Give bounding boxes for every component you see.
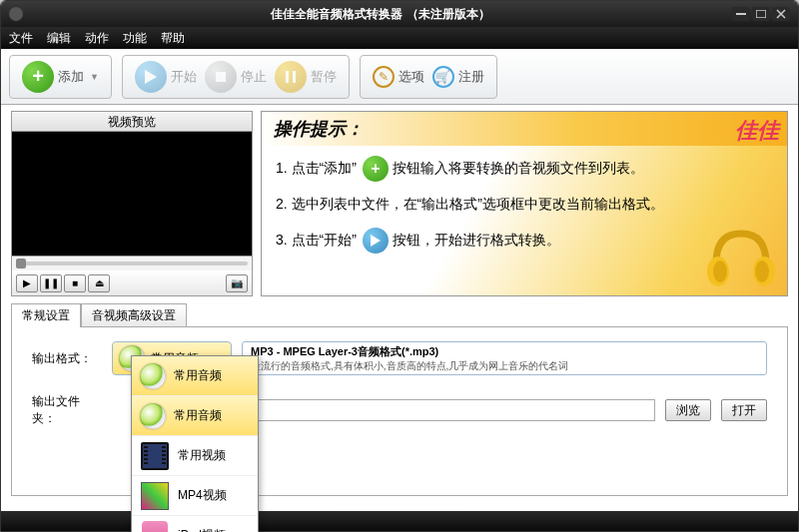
status-bar: [1, 511, 798, 531]
options-button[interactable]: ✎ 选项: [369, 66, 428, 88]
options-label: 选项: [399, 68, 424, 86]
settings-tabs: 常规设置 音视频高级设置: [11, 302, 788, 326]
svg-rect-2: [216, 72, 226, 82]
play-icon: [363, 228, 389, 254]
category-dropdown: 常用音频 常用音频 常用视频 MP4视频 iPod视频: [131, 355, 259, 532]
film-icon: [141, 442, 169, 470]
brand-logo: 佳佳: [735, 116, 779, 146]
cd-icon: [140, 363, 166, 389]
mp4-icon: [141, 482, 169, 510]
close-button[interactable]: [772, 7, 790, 21]
menu-edit[interactable]: 编辑: [47, 30, 71, 47]
register-label: 注册: [458, 68, 484, 86]
dd-audio-label: 常用音频: [174, 367, 222, 384]
format-desc: 最流行的音频格式,具有体积小,音质高的特点,几乎成为网上音乐的代名词: [251, 359, 758, 373]
dropdown-item-ipod[interactable]: iPod视频: [132, 516, 258, 532]
tip-1b: 按钮输入将要转换的音视频文件到列表。: [393, 160, 644, 178]
preview-title: 视频预览: [11, 111, 253, 131]
pause-icon: [275, 61, 307, 93]
pause-label: 暂停: [311, 68, 337, 86]
preview-slider[interactable]: [11, 257, 253, 270]
output-folder-input[interactable]: [242, 399, 655, 421]
content-area: 视频预览 ▶ ❚❚ ■ ⏏ 📷 操作提示： 佳佳 1. 点击“添加” + 按钮输…: [1, 105, 798, 302]
output-format-label: 输出格式：: [32, 350, 102, 367]
window-controls: [732, 7, 790, 21]
svg-point-8: [755, 261, 769, 282]
settings-panel: 输出格式： 常用音频 ▼ MP3 - MPEG Layer-3音频格式(*.mp…: [11, 326, 788, 496]
dropdown-item-audio[interactable]: 常用音频: [132, 356, 258, 396]
tab-basic[interactable]: 常规设置: [11, 303, 81, 327]
dropdown-item-audio-2[interactable]: 常用音频: [132, 396, 258, 436]
tip-2: 2. 选中列表中文件，在“输出格式”选项框中更改当前输出格式。: [276, 196, 664, 214]
pause-button[interactable]: 暂停: [271, 61, 341, 93]
pv-snapshot-button[interactable]: 📷: [226, 274, 248, 292]
cd-icon: [140, 403, 166, 429]
dropdown-item-video[interactable]: 常用视频: [132, 436, 258, 476]
dd-audio2-label: 常用音频: [174, 407, 222, 424]
play-icon: [135, 61, 167, 93]
ipod-icon: [142, 521, 168, 533]
tip-3a: 3. 点击“开始”: [276, 232, 357, 250]
menu-function[interactable]: 功能: [123, 30, 147, 47]
plus-icon: +: [363, 156, 389, 182]
plus-icon: +: [22, 61, 54, 93]
dd-ipod-label: iPod视频: [178, 527, 226, 532]
dd-video-label: 常用视频: [178, 447, 226, 464]
browse-button[interactable]: 浏览: [665, 399, 711, 421]
dd-mp4-label: MP4视频: [178, 487, 227, 504]
window-title: 佳佳全能音频格式转换器 （未注册版本）: [29, 6, 732, 23]
svg-point-7: [713, 261, 727, 282]
start-button[interactable]: 开始: [131, 61, 201, 93]
start-label: 开始: [171, 68, 197, 86]
pv-eject-button[interactable]: ⏏: [88, 274, 110, 292]
pv-stop-button[interactable]: ■: [64, 274, 86, 292]
svg-rect-1: [756, 10, 766, 18]
pv-play-button[interactable]: ▶: [16, 274, 38, 292]
preview-controls: ▶ ❚❚ ■ ⏏ 📷: [11, 270, 253, 296]
menu-help[interactable]: 帮助: [161, 30, 185, 47]
chevron-down-icon: ▼: [90, 72, 99, 82]
menu-file[interactable]: 文件: [9, 30, 33, 47]
maximize-button[interactable]: [752, 7, 770, 21]
minimize-button[interactable]: [732, 7, 750, 21]
output-folder-label: 输出文件夹：: [32, 393, 102, 427]
tab-advanced[interactable]: 音视频高级设置: [81, 303, 187, 327]
svg-rect-0: [736, 13, 746, 15]
format-name: MP3 - MPEG Layer-3音频格式(*.mp3): [251, 344, 758, 359]
menu-action[interactable]: 动作: [85, 30, 109, 47]
preview-panel: 视频预览 ▶ ❚❚ ■ ⏏ 📷: [11, 111, 253, 296]
dropdown-item-mp4[interactable]: MP4视频: [132, 476, 258, 516]
add-label: 添加: [58, 68, 84, 86]
app-icon: [9, 7, 23, 21]
open-button[interactable]: 打开: [721, 399, 767, 421]
svg-rect-3: [286, 71, 289, 83]
title-bar: 佳佳全能音频格式转换器 （未注册版本）: [1, 1, 798, 27]
stop-icon: [205, 61, 237, 93]
tip-1a: 1. 点击“添加”: [276, 160, 357, 178]
toolbar: + 添加 ▼ 开始 停止 暂停 ✎ 选项: [1, 49, 798, 105]
tips-body: 1. 点击“添加” + 按钮输入将要转换的音视频文件到列表。 2. 选中列表中文…: [262, 146, 787, 296]
pv-pause-button[interactable]: ❚❚: [40, 274, 62, 292]
add-button[interactable]: + 添加 ▼: [18, 61, 103, 93]
tips-panel: 操作提示： 佳佳 1. 点击“添加” + 按钮输入将要转换的音视频文件到列表。 …: [261, 111, 788, 296]
stop-label: 停止: [241, 68, 267, 86]
headphones-icon: [701, 224, 781, 293]
preview-screen: [11, 131, 253, 257]
register-button[interactable]: 🛒 注册: [428, 66, 488, 88]
format-select[interactable]: MP3 - MPEG Layer-3音频格式(*.mp3) 最流行的音频格式,具…: [242, 341, 767, 375]
wrench-icon: ✎: [373, 66, 395, 88]
app-window: 佳佳全能音频格式转换器 （未注册版本） 文件 编辑 动作 功能 帮助 + 添加 …: [0, 0, 799, 532]
basket-icon: 🛒: [432, 66, 454, 88]
tips-header: 操作提示：: [262, 112, 787, 146]
tip-3b: 按钮，开始进行格式转换。: [393, 232, 560, 250]
menu-bar: 文件 编辑 动作 功能 帮助: [1, 27, 798, 49]
stop-button[interactable]: 停止: [201, 61, 271, 93]
svg-rect-4: [293, 71, 296, 83]
